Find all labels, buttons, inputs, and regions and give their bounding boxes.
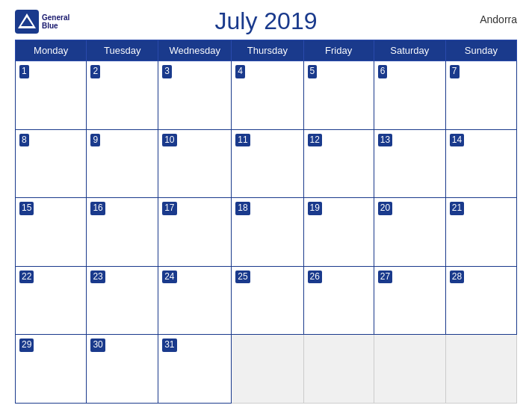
calendar-cell: 21 — [445, 198, 516, 267]
day-number: 10 — [162, 134, 176, 147]
logo-icon — [15, 10, 39, 34]
day-number: 5 — [308, 65, 318, 78]
logo-line1: General — [42, 13, 69, 22]
day-number: 11 — [235, 134, 250, 147]
weekday-wednesday: Wednesday — [158, 40, 232, 61]
calendar-cell — [303, 335, 374, 404]
calendar-cell: 1 — [16, 61, 87, 130]
calendar-cell: 22 — [16, 266, 87, 335]
day-number: 15 — [19, 202, 34, 215]
day-number: 30 — [90, 339, 105, 352]
calendar-cell: 23 — [87, 266, 158, 335]
weekday-monday: Monday — [16, 40, 87, 61]
calendar-cell: 15 — [16, 198, 87, 267]
logo-line2: Blue — [42, 22, 69, 30]
day-number: 9 — [90, 134, 100, 147]
week-row-2: 891011121314 — [16, 129, 517, 198]
calendar-cell: 24 — [158, 266, 232, 335]
day-number: 1 — [19, 65, 29, 78]
calendar-body: 1234567891011121314151617181920212223242… — [16, 61, 517, 404]
calendar-cell: 12 — [303, 129, 374, 198]
day-number: 3 — [162, 65, 172, 78]
week-row-4: 22232425262728 — [16, 266, 517, 335]
calendar-table: MondayTuesdayWednesdayThursdayFridaySatu… — [15, 40, 517, 404]
calendar-cell: 28 — [445, 266, 516, 335]
calendar-cell: 29 — [16, 335, 87, 404]
day-number: 13 — [378, 134, 392, 147]
calendar-cell: 19 — [303, 198, 374, 267]
calendar-cell: 10 — [158, 129, 232, 198]
calendar-cell: 4 — [232, 61, 303, 130]
day-number: 12 — [308, 134, 322, 147]
calendar-cell: 7 — [445, 61, 516, 130]
calendar-cell — [232, 335, 303, 404]
calendar-cell — [374, 335, 445, 404]
calendar-cell: 13 — [374, 129, 445, 198]
logo: General Blue — [15, 10, 69, 34]
week-row-3: 15161718192021 — [16, 198, 517, 267]
day-number: 26 — [308, 271, 322, 284]
day-number: 20 — [378, 202, 392, 215]
day-number: 17 — [162, 202, 176, 215]
weekday-sunday: Sunday — [445, 40, 516, 61]
day-number: 8 — [19, 134, 29, 147]
day-number: 31 — [162, 339, 176, 352]
calendar-cell: 26 — [303, 266, 374, 335]
calendar-cell: 9 — [87, 129, 158, 198]
day-number: 18 — [235, 202, 250, 215]
weekday-tuesday: Tuesday — [87, 40, 158, 61]
weekday-header-row: MondayTuesdayWednesdayThursdayFridaySatu… — [16, 40, 517, 61]
day-number: 7 — [450, 65, 460, 78]
weekday-thursday: Thursday — [232, 40, 303, 61]
calendar-cell: 17 — [158, 198, 232, 267]
day-number: 16 — [90, 202, 105, 215]
weekday-saturday: Saturday — [374, 40, 445, 61]
weekday-friday: Friday — [303, 40, 374, 61]
day-number: 14 — [450, 134, 464, 147]
calendar-cell: 31 — [158, 335, 232, 404]
week-row-1: 1234567 — [16, 61, 517, 130]
day-number: 22 — [19, 271, 34, 284]
day-number: 19 — [308, 202, 322, 215]
day-number: 6 — [378, 65, 388, 78]
calendar-cell: 27 — [374, 266, 445, 335]
calendar-cell: 3 — [158, 61, 232, 130]
calendar-cell: 20 — [374, 198, 445, 267]
calendar-cell — [445, 335, 516, 404]
day-number: 29 — [19, 339, 34, 352]
calendar-cell: 2 — [87, 61, 158, 130]
calendar-cell: 11 — [232, 129, 303, 198]
country-label: Andorra — [480, 13, 517, 25]
calendar-title: July 2019 — [215, 7, 318, 35]
calendar-cell: 8 — [16, 129, 87, 198]
calendar-cell: 30 — [87, 335, 158, 404]
logo-text: General Blue — [42, 13, 69, 30]
calendar-header: General Blue July 2019 Andorra — [15, 7, 517, 35]
day-number: 21 — [450, 202, 464, 215]
calendar-cell: 14 — [445, 129, 516, 198]
day-number: 27 — [378, 271, 392, 284]
calendar-cell: 25 — [232, 266, 303, 335]
day-number: 2 — [90, 65, 100, 78]
day-number: 4 — [235, 65, 245, 78]
day-number: 28 — [450, 271, 464, 284]
day-number: 25 — [235, 271, 250, 284]
week-row-5: 293031 — [16, 335, 517, 404]
calendar-cell: 16 — [87, 198, 158, 267]
day-number: 24 — [162, 271, 176, 284]
calendar-cell: 18 — [232, 198, 303, 267]
calendar-cell: 5 — [303, 61, 374, 130]
calendar-cell: 6 — [374, 61, 445, 130]
day-number: 23 — [90, 271, 105, 284]
